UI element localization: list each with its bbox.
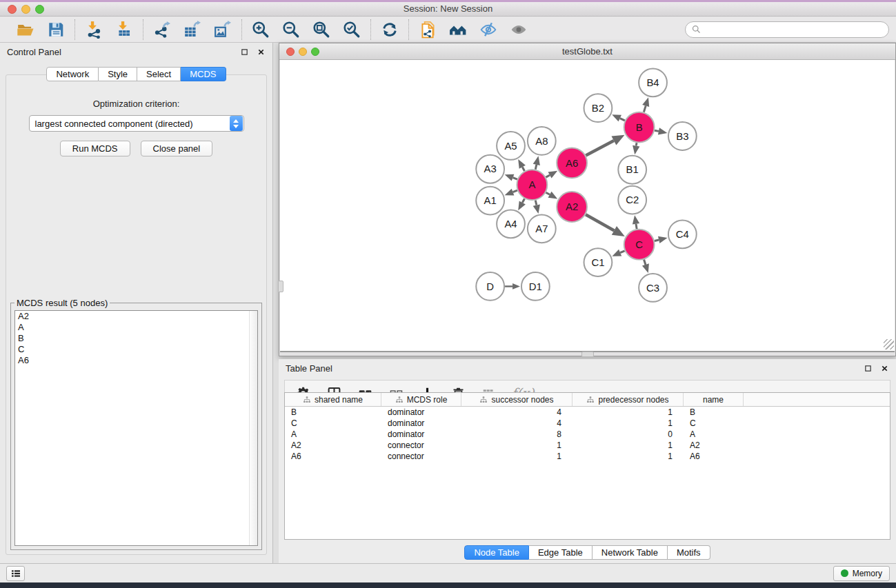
table-row[interactable]: Bdominator41B — [285, 407, 890, 418]
export-image-button[interactable] — [213, 20, 232, 39]
graph-edge-A2-C[interactable] — [586, 214, 614, 230]
table-row[interactable]: Cdominator41C — [285, 418, 890, 429]
hide-graphics-details-button[interactable] — [479, 20, 498, 39]
table-cell[interactable]: 1 — [573, 451, 684, 462]
main-titlebar[interactable]: Session: New Session — [0, 2, 896, 17]
graph-edge-C-C4[interactable] — [655, 240, 659, 241]
show-graphics-details-button[interactable] — [509, 20, 528, 39]
table-row[interactable]: A6connector11A6 — [285, 451, 890, 462]
maximize-window-button[interactable] — [35, 5, 44, 14]
column-header-name[interactable]: name — [684, 393, 744, 406]
column-header-MCDS-role[interactable]: MCDS role — [381, 393, 461, 406]
graph-node-A7[interactable]: A7 — [528, 214, 556, 243]
graph-node-A6[interactable]: A6 — [557, 148, 587, 178]
close-panel-button[interactable] — [257, 48, 266, 57]
table-tab-motifs[interactable]: Motifs — [668, 545, 710, 560]
graph-edge-A-A6[interactable] — [546, 175, 550, 177]
table-cell[interactable]: A6 — [684, 451, 744, 462]
table-cell[interactable]: 1 — [573, 418, 684, 429]
graph-edge-A-A7[interactable] — [535, 201, 537, 205]
run-mcds-button[interactable]: Run MCDS — [60, 141, 130, 156]
graph-edge-A-A4[interactable] — [522, 199, 524, 203]
table-cell[interactable]: A2 — [684, 440, 744, 451]
table-row[interactable]: A2connector11A2 — [285, 440, 890, 451]
result-item[interactable]: B — [15, 333, 257, 344]
zoom-out-button[interactable] — [281, 20, 301, 39]
graph-edge-C-C1[interactable] — [620, 251, 624, 253]
table-cell[interactable]: 1 — [461, 440, 573, 451]
table-cell[interactable]: 8 — [461, 429, 573, 440]
minimize-window-button[interactable] — [21, 5, 30, 14]
graph-node-D1[interactable]: D1 — [521, 272, 550, 301]
result-item[interactable]: A — [15, 322, 257, 333]
graph-node-B[interactable]: B — [624, 112, 655, 143]
save-session-button[interactable] — [46, 20, 66, 39]
graph-node-A4[interactable]: A4 — [497, 210, 525, 238]
graph-node-A1[interactable]: A1 — [476, 187, 504, 215]
graph-node-D[interactable]: D — [476, 272, 504, 301]
graph-node-A[interactable]: A — [517, 170, 547, 200]
network-window-titlebar[interactable]: testGlobe.txt — [279, 43, 895, 60]
table-cell[interactable]: 1 — [573, 407, 684, 418]
column-header-successor-nodes[interactable]: successor nodes — [461, 393, 573, 406]
network-canvas[interactable]: AA1A2A3A4A5A6A7A8BB1B2B3B4CC1C2C3C4DD1 — [280, 60, 895, 352]
table-row[interactable]: Adominator80A — [285, 429, 890, 440]
zoom-selected-button[interactable] — [342, 20, 361, 39]
graph-edge-C-C3[interactable] — [644, 260, 646, 265]
graph-edge-A-A8[interactable] — [535, 165, 537, 170]
table-cell[interactable]: B — [285, 407, 381, 418]
criterion-dropdown[interactable]: largest connected component (directed) — [29, 115, 244, 132]
table-cell[interactable]: A — [285, 429, 381, 440]
task-history-button[interactable] — [6, 566, 25, 581]
search-box[interactable] — [685, 21, 889, 38]
export-table-button[interactable] — [183, 20, 202, 39]
table-cell[interactable]: A2 — [285, 440, 381, 451]
table-cell[interactable]: 1 — [461, 451, 573, 462]
tab-select[interactable]: Select — [137, 67, 181, 81]
table-tab-network-table[interactable]: Network Table — [593, 545, 668, 560]
float-panel-button[interactable] — [240, 48, 249, 57]
graph-edge-A-A5[interactable] — [522, 167, 524, 171]
network-minimize-button[interactable] — [299, 48, 307, 56]
table-cell[interactable]: 4 — [461, 407, 573, 418]
table-cell[interactable]: A — [684, 429, 744, 440]
table-cell[interactable]: A6 — [285, 451, 381, 462]
left-splitter-handle[interactable] — [278, 281, 283, 292]
column-header-predecessor-nodes[interactable]: predecessor nodes — [573, 393, 684, 406]
network-close-button[interactable] — [286, 48, 295, 56]
graph-edge-B-B1[interactable] — [636, 143, 637, 145]
graph-node-B3[interactable]: B3 — [668, 122, 697, 150]
table-cell[interactable]: connector — [381, 451, 461, 462]
open-session-button[interactable] — [16, 20, 35, 39]
graph-node-A8[interactable]: A8 — [528, 127, 556, 155]
zoom-in-button[interactable] — [251, 20, 270, 39]
network-maximize-button[interactable] — [311, 48, 319, 56]
close-table-panel-button[interactable] — [880, 364, 889, 373]
graph-node-C[interactable]: C — [624, 230, 655, 260]
table-cell[interactable]: 1 — [573, 440, 684, 451]
table-cell[interactable]: C — [285, 418, 381, 429]
search-input[interactable] — [701, 25, 883, 34]
result-item[interactable]: A6 — [15, 355, 257, 366]
zoom-fit-button[interactable] — [312, 20, 331, 39]
node-table[interactable]: shared nameMCDS rolesuccessor nodesprede… — [284, 392, 890, 540]
export-network-button[interactable] — [152, 20, 172, 39]
table-tab-node-table[interactable]: Node Table — [464, 545, 529, 560]
tab-network[interactable]: Network — [46, 67, 99, 81]
resize-grip-icon[interactable] — [884, 339, 894, 349]
graph-node-B1[interactable]: B1 — [618, 156, 646, 184]
table-cell[interactable]: B — [684, 407, 744, 418]
graph-node-B4[interactable]: B4 — [639, 68, 667, 97]
result-item[interactable]: C — [15, 344, 257, 355]
memory-button[interactable]: Memory — [833, 566, 890, 581]
result-scrollbar[interactable] — [249, 311, 257, 545]
table-cell[interactable]: dominator — [381, 418, 461, 429]
table-cell[interactable]: 0 — [573, 429, 684, 440]
table-cell[interactable]: 4 — [461, 418, 573, 429]
graph-edge-A-A1[interactable] — [513, 190, 517, 192]
graph-edge-A-A3[interactable] — [513, 178, 517, 179]
graph-node-C4[interactable]: C4 — [668, 220, 697, 248]
graph-edge-A6-B[interactable] — [586, 141, 614, 156]
table-cell[interactable]: connector — [381, 440, 461, 451]
column-header-shared-name[interactable]: shared name — [285, 393, 381, 406]
